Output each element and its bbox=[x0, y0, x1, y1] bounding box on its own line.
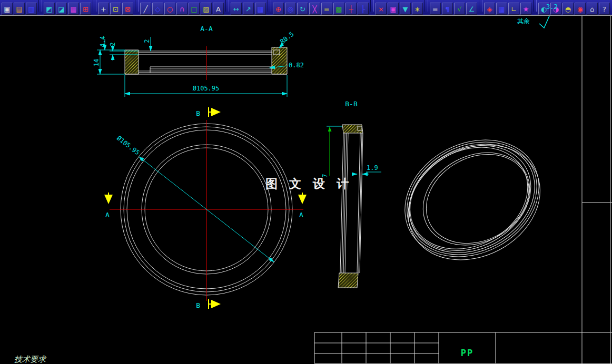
toolbar-separator bbox=[93, 0, 96, 12]
cad-drawing[interactable]: A-A bbox=[0, 16, 612, 364]
erase-icon[interactable]: × bbox=[376, 3, 387, 15]
toolbar-separator bbox=[370, 0, 374, 12]
toolbar-separator bbox=[135, 0, 139, 12]
mirror-icon[interactable]: ╳ bbox=[309, 3, 320, 15]
surface-roughness-icon bbox=[539, 16, 559, 28]
section-marker-b-bottom: B bbox=[196, 301, 200, 309]
measure-icon[interactable]: ∠ bbox=[466, 3, 477, 15]
hatch-tool-icon[interactable]: ▨ bbox=[201, 3, 212, 15]
watermark-text: 图 文 设 计 bbox=[265, 177, 352, 190]
zoom-window-icon[interactable]: ⊡ bbox=[110, 3, 121, 15]
lights-icon[interactable]: ◓ bbox=[562, 3, 574, 15]
leader-icon[interactable]: ↗ bbox=[243, 3, 254, 15]
save-icon[interactable]: ▥ bbox=[26, 3, 37, 15]
section-marker-a-right: A bbox=[299, 211, 303, 219]
zoom-extents-icon[interactable]: ⊠ bbox=[122, 3, 133, 15]
explode-icon[interactable]: ∗ bbox=[412, 3, 423, 15]
plot-icon[interactable]: ⊞ bbox=[80, 3, 91, 15]
dim-4-4: 4.4 bbox=[99, 36, 106, 47]
arc-tool-icon[interactable]: ∩ bbox=[176, 3, 187, 15]
text-tool-icon[interactable]: A bbox=[213, 3, 224, 15]
section-aa-view: A-A bbox=[93, 25, 304, 97]
toolbar-separator bbox=[38, 0, 42, 12]
redo-icon[interactable]: ◪ bbox=[56, 3, 67, 15]
new-file-icon[interactable]: ▣ bbox=[2, 3, 13, 15]
section-bb-view: B-B 7 1.9 bbox=[321, 100, 381, 288]
properties-icon[interactable]: ¶ bbox=[442, 3, 453, 15]
toolbar: ▣▤▥◩◪▦⊞+⊡⊠╱◇○∩□▨A↔↗▦⊕◎↻╳≡▩┼├×▣▼∗≡¶√∠◈▦∟★… bbox=[0, 0, 612, 16]
help-icon[interactable]: ? bbox=[599, 3, 610, 15]
tech-requirements-label: 技术要求 bbox=[14, 355, 47, 364]
dim-2-top: 2 bbox=[143, 39, 151, 43]
dim-diameter-top: Ø105.95 bbox=[115, 134, 141, 156]
top-view: Ø105.95 B B A A bbox=[105, 107, 303, 309]
ortho-icon[interactable]: ∟ bbox=[508, 3, 519, 15]
polyline-tool-icon[interactable]: ◇ bbox=[152, 3, 163, 15]
rectangle-tool-icon[interactable]: □ bbox=[189, 3, 200, 15]
extend-icon[interactable]: ├ bbox=[358, 3, 369, 15]
copy-icon[interactable]: ◎ bbox=[285, 3, 296, 15]
drawing-frame bbox=[582, 16, 612, 364]
dim-14: 14 bbox=[93, 59, 100, 66]
toolbar-separator bbox=[268, 0, 271, 12]
section-marker-b-top: B bbox=[196, 109, 200, 117]
toolbar-icons: ▣▤▥◩◪▦⊞+⊡⊠╱◇○∩□▨A↔↗▦⊕◎↻╳≡▩┼├×▣▼∗≡¶√∠◈▦∟★… bbox=[1, 0, 610, 15]
line-tool-icon[interactable]: ╱ bbox=[140, 3, 151, 15]
match-properties-icon[interactable]: √ bbox=[454, 3, 465, 15]
surface-note-label: 其余 bbox=[517, 17, 530, 25]
camera-icon[interactable]: ◉ bbox=[575, 3, 586, 15]
open-file-icon[interactable]: ▤ bbox=[14, 3, 25, 15]
section-bb-title: B-B bbox=[345, 100, 358, 108]
osnap-icon[interactable]: ◈ bbox=[484, 3, 495, 15]
undo-icon[interactable]: ◩ bbox=[44, 3, 55, 15]
circle-tool-icon[interactable]: ○ bbox=[164, 3, 175, 15]
pan-icon[interactable]: + bbox=[98, 3, 109, 15]
section-marker-a-left: A bbox=[105, 211, 110, 219]
dim-r0-5: R0.5 bbox=[279, 31, 295, 46]
trim-icon[interactable]: ┼ bbox=[346, 3, 357, 15]
dimension-icon[interactable]: ↔ bbox=[231, 3, 242, 15]
layers-icon[interactable]: ≡ bbox=[430, 3, 441, 15]
toolbar-separator bbox=[533, 0, 537, 12]
polar-icon[interactable]: ★ bbox=[520, 3, 531, 15]
block-icon[interactable]: ▣ bbox=[388, 3, 399, 15]
dim-2-wall: 2 bbox=[109, 42, 116, 46]
home-view-icon[interactable]: ⌂ bbox=[587, 3, 598, 15]
insert-icon[interactable]: ▼ bbox=[400, 3, 411, 15]
print-icon[interactable]: ▦ bbox=[68, 3, 79, 15]
material-value: PP bbox=[461, 348, 473, 358]
section-aa-title: A-A bbox=[200, 25, 213, 33]
toolbar-separator bbox=[425, 0, 428, 12]
table-icon[interactable]: ▦ bbox=[255, 3, 266, 15]
move-icon[interactable]: ⊕ bbox=[273, 3, 284, 15]
drawing-canvas[interactable]: A-A bbox=[0, 16, 612, 364]
dim-1-9: 1.9 bbox=[367, 164, 378, 171]
toolbar-separator bbox=[479, 0, 482, 12]
cad-application-window: { "toolbar": { "icons": [ {"n":"new-file… bbox=[0, 0, 612, 364]
surface-roughness-value: 3.2 bbox=[546, 3, 558, 11]
array-icon[interactable]: ▩ bbox=[333, 3, 344, 15]
title-block: PP bbox=[314, 332, 612, 363]
offset-icon[interactable]: ≡ bbox=[321, 3, 332, 15]
grid-icon[interactable]: ▦ bbox=[496, 3, 507, 15]
rotate-icon[interactable]: ↻ bbox=[297, 3, 308, 15]
dim-diameter-aa: Ø105.95 bbox=[193, 85, 220, 92]
toolbar-separator bbox=[225, 0, 229, 12]
isometric-view bbox=[384, 117, 561, 283]
dim-0-82: 0.82 bbox=[289, 62, 304, 69]
surface-finish-note: 其余 bbox=[517, 16, 559, 28]
